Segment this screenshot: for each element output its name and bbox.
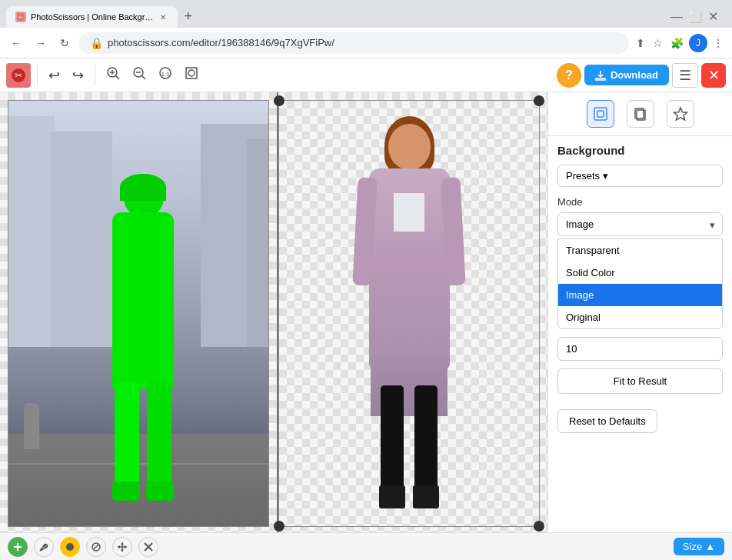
size-button[interactable]: Size ▲ [674, 538, 724, 555]
window-maximize-button[interactable]: ⬜ [689, 11, 702, 23]
svg-rect-16 [597, 111, 604, 117]
dropdown-item-transparent[interactable]: Transparent [558, 239, 722, 262]
svg-marker-29 [118, 545, 120, 548]
dropdown-item-original[interactable]: Original [558, 306, 722, 328]
window-minimize-button[interactable]: — [670, 10, 683, 24]
presets-button[interactable]: Presets ▾ [557, 165, 723, 187]
toolbar-separator-2 [95, 65, 95, 86]
panel-tabs [548, 92, 732, 136]
browser-menu-icon[interactable]: ⋮ [710, 34, 726, 52]
url-text: photoscissors.com/editor/196388146/9q7Xg… [108, 37, 617, 48]
reload-button[interactable]: ↻ [55, 35, 74, 52]
handle-top-right[interactable] [534, 95, 544, 106]
result-image-panel [278, 100, 540, 527]
reset-section: Reset to Defaults [548, 409, 732, 441]
zoom-reset-button[interactable]: 1:1 [154, 63, 177, 87]
back-button[interactable]: ← [6, 35, 26, 52]
canvas-area[interactable] [0, 92, 547, 532]
background-section: Background Presets ▾ Mode Transparent So… [548, 136, 732, 409]
mode-select[interactable]: Transparent Solid Color Image Original [557, 212, 723, 236]
tab-background[interactable] [587, 100, 614, 128]
svg-rect-13 [186, 68, 197, 78]
browser-tab[interactable]: ✂ PhotoScissors | Online Backgr… ✕ [6, 6, 178, 28]
download-button[interactable]: Download [584, 65, 669, 85]
tab-close-button[interactable]: ✕ [158, 12, 168, 22]
handle-bottom-left[interactable] [274, 521, 284, 532]
svg-point-23 [66, 543, 74, 551]
svg-line-5 [115, 75, 119, 79]
profile-icon[interactable]: J [689, 34, 707, 52]
mode-label: Mode [557, 196, 723, 208]
tab-star[interactable] [667, 100, 694, 128]
window-close-button[interactable]: ✕ [708, 9, 718, 24]
help-button[interactable]: ? [557, 63, 581, 88]
tab-title: PhotoScissors | Online Backgr… [31, 12, 153, 22]
erase-tool-button[interactable] [86, 537, 106, 557]
svg-point-14 [188, 70, 195, 76]
street-scene [8, 101, 268, 526]
zoom-out-button[interactable] [128, 63, 151, 87]
share-icon[interactable]: ⬆ [634, 34, 647, 52]
dropdown-item-solid-color[interactable]: Solid Color [558, 262, 722, 284]
section-title: Background [557, 144, 723, 157]
extracted-person [351, 116, 467, 508]
svg-marker-30 [125, 545, 127, 548]
url-input[interactable]: 🔒 photoscissors.com/editor/196388146/9q7… [78, 32, 629, 54]
forward-button[interactable]: → [31, 35, 51, 52]
bottom-toolbar: Size ▲ [0, 532, 732, 560]
fit-to-result-button[interactable]: Fit to Result [557, 368, 723, 394]
address-bar: ← → ↻ 🔒 photoscissors.com/editor/1963881… [0, 28, 732, 58]
new-tab-button[interactable]: + [178, 5, 198, 28]
svg-line-9 [141, 75, 145, 79]
svg-marker-28 [121, 549, 124, 552]
reset-to-defaults-button[interactable]: Reset to Defaults [557, 409, 657, 433]
app-logo: ✂ [6, 63, 31, 88]
bookmark-icon[interactable]: ☆ [650, 34, 665, 52]
move-tool-button[interactable] [112, 537, 132, 557]
toolbar-separator [37, 65, 38, 86]
main-layout: Background Presets ▾ Mode Transparent So… [0, 92, 732, 532]
tab-copy[interactable] [627, 100, 654, 128]
svg-rect-15 [594, 108, 607, 120]
mode-select-container: Transparent Solid Color Image Original ▾ [557, 212, 723, 236]
svg-text:✂: ✂ [15, 70, 22, 81]
svg-marker-19 [674, 108, 687, 120]
original-image-panel [8, 100, 269, 527]
circle-tool-button[interactable] [60, 537, 80, 557]
hamburger-menu-button[interactable]: ☰ [672, 63, 698, 88]
app-toolbar: ✂ ↩ ↪ 1:1 ? Download ☰ ✕ [0, 58, 732, 92]
dropdown-item-image[interactable]: Image [558, 284, 722, 306]
close-editor-button[interactable]: ✕ [701, 63, 726, 88]
handle-bottom-right[interactable] [534, 521, 544, 532]
svg-marker-27 [121, 542, 124, 545]
svg-text:1:1: 1:1 [161, 71, 170, 78]
undo-button[interactable]: ↩ [44, 64, 65, 87]
add-tool-button[interactable] [8, 537, 28, 557]
right-panel: Background Presets ▾ Mode Transparent So… [547, 92, 732, 532]
mode-dropdown-list: Transparent Solid Color Image Original [557, 238, 723, 329]
size-arrow-icon: ▲ [705, 541, 715, 552]
extensions-icon[interactable]: 🧩 [668, 34, 686, 52]
redo-button[interactable]: ↪ [68, 64, 88, 87]
green-masked-person [108, 178, 178, 501]
zoom-in-button[interactable] [101, 63, 125, 87]
tab-favicon: ✂ [15, 12, 26, 22]
checker-background [279, 101, 539, 526]
svg-text:✂: ✂ [18, 15, 23, 20]
zoom-fit-button[interactable] [180, 63, 203, 87]
handle-top-left[interactable] [274, 95, 284, 106]
delete-tool-button[interactable] [138, 537, 158, 557]
value-input[interactable] [557, 337, 723, 361]
address-bar-icons: ⬆ ☆ 🧩 J ⋮ [634, 34, 726, 52]
brush-tool-button[interactable] [34, 537, 54, 557]
